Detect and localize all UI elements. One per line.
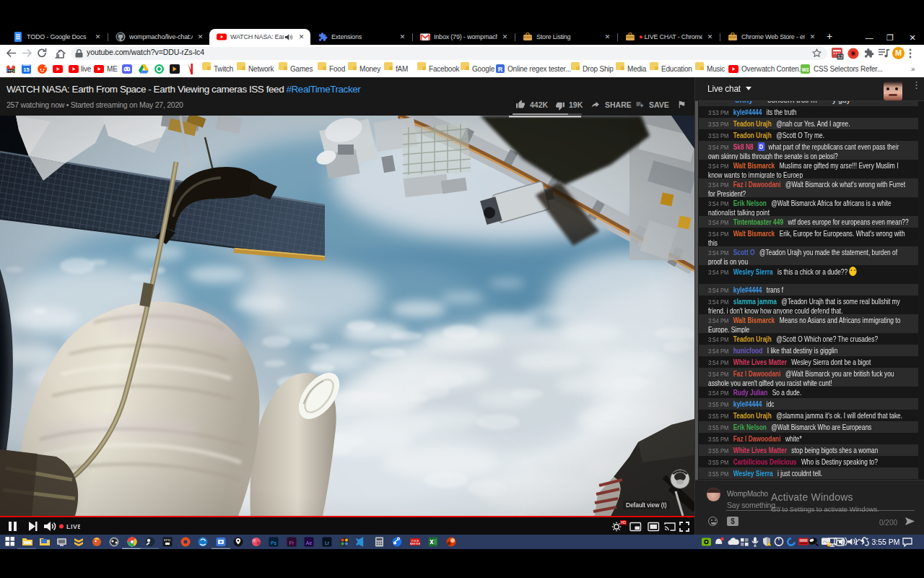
svg-text:W3: W3 bbox=[802, 67, 809, 72]
svg-text:Lr: Lr bbox=[325, 540, 330, 545]
svg-text:MEETER: MEETER bbox=[410, 543, 421, 545]
svg-text:Fr: Fr bbox=[289, 540, 295, 545]
svg-text:R: R bbox=[498, 66, 503, 73]
svg-text:Ps: Ps bbox=[271, 540, 277, 545]
svg-text:LIVE: LIVE bbox=[66, 523, 80, 530]
svg-text:15: 15 bbox=[23, 66, 29, 73]
svg-text:Ae: Ae bbox=[306, 540, 313, 545]
svg-text:TD: TD bbox=[8, 69, 13, 74]
svg-text:12: 12 bbox=[837, 54, 843, 59]
svg-text:EPIC: EPIC bbox=[164, 538, 170, 542]
svg-text:HD: HD bbox=[621, 520, 627, 525]
